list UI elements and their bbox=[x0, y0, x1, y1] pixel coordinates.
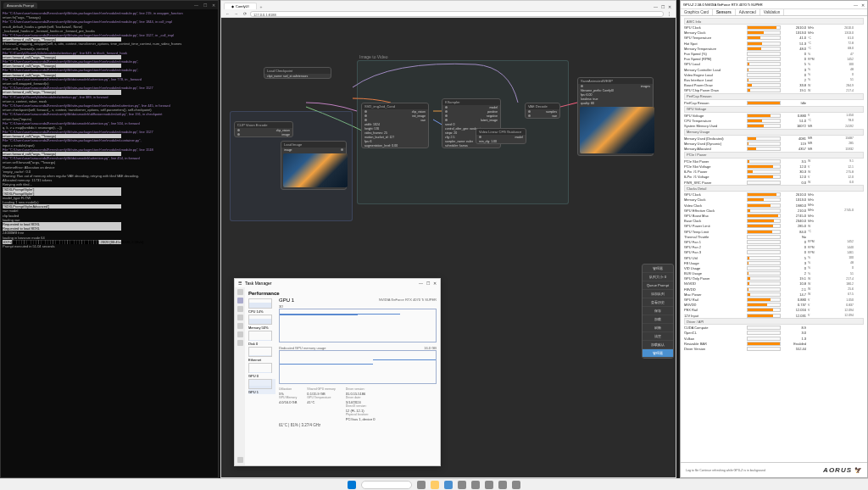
resource-disk[interactable]: Disk 0 bbox=[248, 331, 275, 346]
forward-icon[interactable]: → bbox=[233, 11, 239, 17]
taskman-window-controls[interactable]: — ☐ ✕ bbox=[419, 281, 437, 286]
edge-icon[interactable] bbox=[444, 481, 453, 489]
sensor-value: 0 bbox=[782, 52, 806, 56]
sensor-group-header[interactable]: Driver / API bbox=[684, 318, 864, 325]
save-button[interactable]: 保存 bbox=[643, 307, 673, 315]
resource-memory[interactable]: Memory 50% bbox=[248, 315, 275, 330]
hamburger-icon[interactable]: ☰ bbox=[238, 281, 242, 286]
minimize-icon[interactable]: — bbox=[854, 3, 858, 8]
app-icon[interactable] bbox=[458, 481, 466, 489]
node-vae-decode[interactable]: VAE Decode samples vae bbox=[525, 103, 560, 119]
load-button[interactable]: 加载 bbox=[643, 315, 673, 324]
close-icon[interactable]: ✕ bbox=[861, 3, 865, 8]
app-icon[interactable] bbox=[512, 481, 520, 489]
browser-tabstrip[interactable]: ◆ ComfyUI + — ☐ ✕ bbox=[221, 1, 676, 9]
terminal-window[interactable]: Anaconda Prompt — ☐ ✕ File "C:\Users\use… bbox=[0, 0, 219, 478]
node-linear-cfg[interactable]: Video Linear CFG Guidance model min_cfg:… bbox=[476, 128, 526, 144]
gpuz-tabstrip[interactable]: Graphics Card Sensors Advanced Validatio… bbox=[681, 9, 867, 16]
sensor-row[interactable]: Driver Version552.44 bbox=[684, 346, 864, 351]
taskman-titlebar[interactable]: ☰ Task Manager — ☐ ✕ bbox=[235, 279, 440, 287]
minimize-icon[interactable]: — bbox=[419, 281, 423, 286]
start-icon[interactable] bbox=[348, 481, 356, 489]
back-icon[interactable]: ← bbox=[225, 11, 231, 17]
gpuz-window-controls[interactable]: — ✕ bbox=[854, 3, 865, 8]
resource-cpu[interactable]: CPU 14% bbox=[248, 298, 275, 314]
comfy-side-panel[interactable]: 管理器 队列大小: 0 Queue Prompt 添加队列 查看历史 保存 加载… bbox=[642, 264, 674, 359]
node-load-image[interactable]: Load Image image bbox=[281, 141, 347, 190]
clear-button[interactable]: 清空 bbox=[643, 332, 673, 341]
new-tab-icon[interactable]: + bbox=[259, 4, 264, 9]
node-svd-cond[interactable]: SVD_img2vid_Cond clip_vision init_image … bbox=[361, 103, 429, 148]
users-icon[interactable] bbox=[237, 323, 243, 329]
resource-gpu1[interactable]: GPU 1 bbox=[248, 379, 275, 394]
task-manager-window[interactable]: ☰ Task Manager — ☐ ✕ Performance CPU 14%… bbox=[234, 278, 441, 466]
taskman-nav[interactable] bbox=[235, 287, 245, 465]
details-icon[interactable] bbox=[237, 331, 243, 337]
terminal-tab[interactable]: Anaconda Prompt bbox=[3, 3, 37, 8]
sensor-unit: W bbox=[808, 287, 828, 291]
close-icon[interactable]: ✕ bbox=[212, 3, 215, 8]
view-history-button[interactable]: 查看历史 bbox=[643, 298, 673, 307]
taskbar-search[interactable] bbox=[361, 481, 412, 489]
terminal-window-controls[interactable]: — ☐ ✕ bbox=[194, 3, 215, 8]
load-default-button[interactable]: 加载默认 bbox=[643, 341, 673, 349]
sensor-group-header[interactable]: Clocks Detail bbox=[684, 185, 864, 192]
sensor-group-header[interactable]: GPU Voltage bbox=[684, 106, 864, 113]
footer-options[interactable]: Log to file Continue refreshing while GP… bbox=[686, 469, 765, 472]
settings-icon[interactable] bbox=[237, 457, 243, 463]
sensor-max: 12.1 bbox=[830, 165, 854, 169]
terminal-titlebar[interactable]: Anaconda Prompt — ☐ ✕ bbox=[1, 1, 218, 9]
services-icon[interactable] bbox=[237, 340, 243, 346]
browser-window-controls[interactable]: — ☐ ✕ bbox=[654, 4, 673, 9]
extra-options[interactable]: 添加队列 bbox=[643, 290, 673, 298]
queue-prompt-button[interactable]: Queue Prompt bbox=[643, 281, 673, 290]
processes-icon[interactable] bbox=[237, 289, 243, 295]
minimize-icon[interactable]: — bbox=[194, 3, 198, 8]
resource-gpu0[interactable]: GPU 0 bbox=[248, 363, 275, 378]
sensor-value: 51.0 bbox=[782, 119, 806, 123]
tab-validation[interactable]: Validation bbox=[760, 9, 784, 15]
sensor-group-header[interactable]: PerfCap Reason bbox=[684, 93, 864, 100]
history-icon[interactable] bbox=[237, 306, 243, 312]
maximize-icon[interactable]: ☐ bbox=[203, 3, 207, 8]
node-checkpoint[interactable]: Load Checkpoint ckpt_name: svd_xt.safete… bbox=[264, 67, 331, 79]
node-save-animated[interactable]: SaveAnimatedWEBP images filename_prefix:… bbox=[577, 77, 654, 156]
close-icon[interactable]: ✕ bbox=[668, 4, 671, 9]
maximize-icon[interactable]: ☐ bbox=[426, 281, 430, 286]
resource-ethernet[interactable]: Ethernet bbox=[248, 347, 275, 362]
gpu-memory-chart[interactable] bbox=[279, 350, 437, 384]
close-icon[interactable]: ✕ bbox=[433, 281, 437, 286]
node-title: Video Linear CFG Guidance bbox=[476, 129, 526, 135]
performance-icon[interactable] bbox=[237, 298, 243, 303]
app-icon[interactable] bbox=[498, 481, 507, 489]
resource-list[interactable]: CPU 14% Memory 50% Disk 0 Ethernet GPU 0… bbox=[248, 298, 275, 462]
refresh-button[interactable]: 刷新 bbox=[643, 324, 673, 332]
sensor-list[interactable]: ASIC InfoGPU Clock2610.0MHz2610.0Memory … bbox=[681, 16, 867, 354]
manager-button[interactable]: 管理器 bbox=[643, 349, 673, 358]
sensor-max: 15687 bbox=[830, 136, 854, 140]
sensor-group-header[interactable]: PCIe / Power bbox=[684, 152, 864, 159]
maximize-icon[interactable]: ☐ bbox=[661, 4, 665, 9]
address-bar[interactable]: 127.0.0.1:8188 bbox=[250, 11, 664, 17]
startup-icon[interactable] bbox=[237, 315, 243, 320]
app-icon[interactable] bbox=[471, 481, 480, 489]
tab-sensors[interactable]: Sensors bbox=[713, 9, 736, 15]
app-icon[interactable] bbox=[485, 481, 493, 489]
sensor-unit: MB bbox=[808, 136, 828, 140]
gpu-3d-chart[interactable] bbox=[279, 309, 437, 342]
minimize-icon[interactable]: — bbox=[654, 4, 658, 9]
tab-graphics-card[interactable]: Graphics Card bbox=[681, 9, 713, 15]
tab-advanced[interactable]: Advanced bbox=[736, 9, 760, 15]
sensor-group-header[interactable]: ASIC Info bbox=[684, 18, 864, 25]
sensor-max: 2745.0 bbox=[830, 209, 854, 212]
explorer-icon[interactable] bbox=[431, 481, 439, 489]
browser-tab[interactable]: ◆ ComfyUI bbox=[224, 3, 257, 9]
menu-icon[interactable]: ⋮ bbox=[666, 11, 672, 17]
sensor-group-header[interactable]: Memory Usage bbox=[684, 129, 864, 136]
reload-icon[interactable]: ⟳ bbox=[242, 11, 248, 17]
gpuz-window[interactable]: GPU-Z 2.58.0 NVIDIA GeForce RTX 4070 Ti … bbox=[680, 0, 868, 478]
task-view-icon[interactable] bbox=[417, 481, 426, 489]
windows-taskbar[interactable] bbox=[0, 478, 868, 490]
gpuz-titlebar[interactable]: GPU-Z 2.58.0 NVIDIA GeForce RTX 4070 Ti … bbox=[681, 1, 867, 9]
node-clip-vision[interactable]: CLIP Vision Encode clip_vision image bbox=[234, 121, 293, 137]
